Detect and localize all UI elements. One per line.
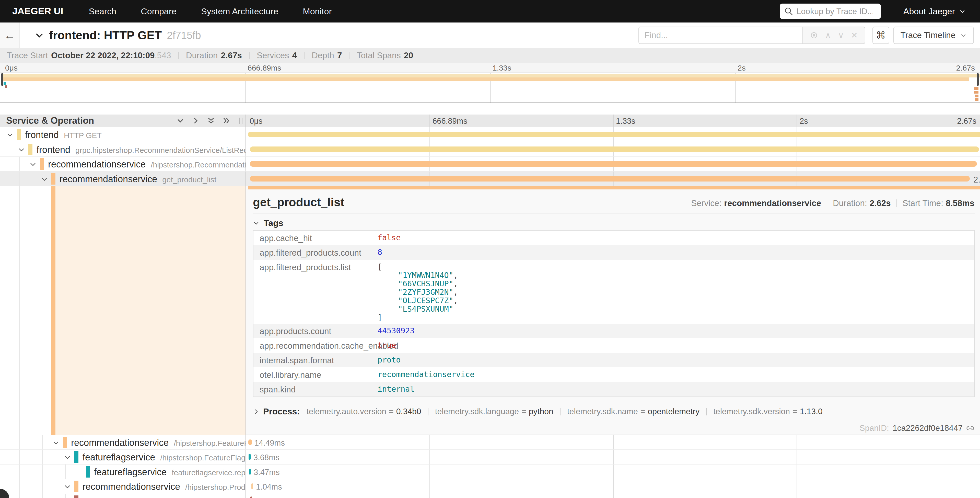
- span-bar[interactable]: [250, 176, 970, 182]
- chevron-right-icon: [253, 408, 259, 415]
- trace-lookup-box[interactable]: [780, 3, 881, 19]
- minimap-right-scrubber[interactable]: [977, 73, 979, 86]
- span-row[interactable]: recommendationservice/hipstershop.Produc…: [0, 479, 980, 494]
- span-duration-label: 3.47ms: [254, 468, 280, 477]
- span-row-selected[interactable]: recommendationserviceget_product_list 2.…: [0, 172, 980, 186]
- nav-item-search[interactable]: Search: [89, 6, 116, 16]
- chevron-down-icon[interactable]: [64, 453, 71, 461]
- span-bar[interactable]: [248, 439, 252, 445]
- tag-key: span.kind: [253, 382, 378, 394]
- span-operation: /hipstershop.FeatureFlagService...: [174, 439, 246, 447]
- span-detail-title: get_product_list: [253, 195, 344, 209]
- span-track[interactable]: [246, 157, 980, 172]
- process-section-toggle[interactable]: Process: telemetry.auto.version=0.34b0 t…: [253, 407, 822, 417]
- chevron-down-icon: [253, 220, 259, 227]
- span-service: recommendationservice/hipstershop.Recomm…: [48, 159, 246, 170]
- span-color-swatch: [29, 144, 32, 155]
- span-id-value: 1ca2262df0e18447: [892, 423, 963, 433]
- collapse-trace-chevron[interactable]: [34, 30, 45, 40]
- prev-result-icon[interactable]: ∧: [825, 30, 831, 40]
- chevron-down-icon[interactable]: [41, 176, 48, 183]
- span-row[interactable]: frontendHTTP GET: [0, 127, 980, 142]
- span-row[interactable]: recommendationservice/hipstershop.Recomm…: [0, 157, 980, 172]
- span-bar[interactable]: [248, 132, 980, 137]
- next-result-icon[interactable]: ∨: [838, 30, 844, 40]
- chevron-down-icon[interactable]: [18, 146, 25, 154]
- command-icon: ⌘: [876, 30, 886, 41]
- span-row[interactable]: featureflagservicefeatureflagservice.rep…: [0, 464, 980, 479]
- span-bar[interactable]: [250, 496, 252, 498]
- span-track[interactable]: 2.62s: [246, 172, 980, 186]
- span-track[interactable]: 1.04ms: [246, 479, 980, 494]
- column-resize-handle[interactable]: [239, 118, 242, 124]
- collapse-one-icon[interactable]: [176, 117, 185, 125]
- expand-one-icon[interactable]: [191, 117, 200, 125]
- span-track[interactable]: [246, 127, 980, 142]
- span-bar[interactable]: [249, 469, 251, 474]
- span-service: frontendgrpc.hipstershop.RecommendationS…: [37, 144, 246, 155]
- chevron-down-icon[interactable]: [64, 483, 71, 491]
- chevron-down-icon[interactable]: [52, 439, 60, 447]
- span-row[interactable]: featureflagservice/hipstershop.FeatureFl…: [0, 450, 980, 464]
- trace-view-select[interactable]: Trace Timeline: [893, 27, 974, 44]
- span-detail-row: get_product_list Service:recommendations…: [0, 186, 980, 435]
- locate-icon[interactable]: [810, 31, 818, 39]
- span-bar[interactable]: [250, 147, 979, 152]
- span-bar[interactable]: [250, 161, 977, 167]
- expand-all-icon[interactable]: [222, 117, 231, 125]
- span-service: recommendationservice/hipstershop.Produc…: [83, 481, 246, 492]
- span-track[interactable]: 14.49ms: [246, 435, 980, 450]
- span-color-swatch: [74, 495, 78, 498]
- chevron-down-icon[interactable]: [6, 131, 14, 139]
- top-nav: JAEGER UI Search Compare System Architec…: [0, 0, 980, 22]
- span-track[interactable]: [246, 494, 980, 498]
- trace-start-label: Trace Start: [6, 51, 48, 60]
- minimap-left-scrubber[interactable]: [1, 73, 3, 86]
- trace-title: frontend: HTTP GET: [49, 29, 162, 42]
- minimap-tick: 2s: [738, 64, 746, 72]
- span-track[interactable]: 3.68ms: [246, 450, 980, 464]
- trace-lookup-input[interactable]: [797, 6, 873, 16]
- tag-row: app.recommendation.cache_enabled true: [253, 338, 974, 353]
- span-bar[interactable]: [248, 454, 251, 460]
- find-input[interactable]: [638, 27, 802, 44]
- tag-row: app.filtered_products.list [ 1YMWWN1N4O,…: [253, 260, 974, 324]
- span-detail-left-column: [0, 186, 246, 435]
- nav-item-compare[interactable]: Compare: [141, 6, 177, 16]
- back-arrow-icon: ←: [4, 29, 15, 42]
- span-color-swatch: [51, 173, 56, 185]
- tag-value: proto: [378, 353, 974, 366]
- span-duration-label: 2.62s: [974, 175, 980, 185]
- duration-value: 2.67s: [221, 51, 242, 60]
- tag-value: 8: [378, 245, 974, 259]
- collapse-all-icon[interactable]: [207, 117, 215, 125]
- clear-find-icon[interactable]: ✕: [851, 30, 858, 40]
- chevron-down-icon[interactable]: [29, 161, 37, 168]
- span-track[interactable]: 3.47ms: [246, 464, 980, 479]
- span-service: recommendationserviceget_product_list: [59, 174, 216, 185]
- keyboard-shortcuts-button[interactable]: ⌘: [872, 27, 889, 44]
- nav-item-system-architecture[interactable]: System Architecture: [201, 6, 278, 16]
- services-value: 4: [292, 51, 297, 60]
- about-jaeger-menu[interactable]: About Jaeger: [904, 6, 966, 16]
- app-brand[interactable]: JAEGER UI: [12, 6, 63, 17]
- span-bar[interactable]: [251, 484, 253, 489]
- span-row[interactable]: [0, 494, 980, 498]
- span-row[interactable]: frontendgrpc.hipstershop.RecommendationS…: [0, 142, 980, 157]
- tag-value: false: [378, 231, 974, 244]
- back-button[interactable]: ←: [0, 22, 20, 48]
- span-row[interactable]: recommendationservice/hipstershop.Featur…: [0, 435, 980, 450]
- span-operation: /hipstershop.RecommendationService/Lis..…: [151, 161, 246, 169]
- nav-item-monitor[interactable]: Monitor: [303, 6, 332, 16]
- timeline-tick: 0μs: [250, 117, 262, 126]
- tag-key: app.products.count: [253, 324, 378, 336]
- span-color-swatch: [86, 466, 90, 477]
- tag-row: app.products.count 44530923: [253, 324, 974, 338]
- tags-section-toggle[interactable]: Tags: [253, 218, 283, 228]
- span-track[interactable]: [246, 142, 980, 157]
- span-color-swatch: [40, 158, 44, 170]
- find-controls: ∧ ∨ ✕: [802, 27, 865, 44]
- trace-minimap[interactable]: [0, 73, 980, 103]
- search-icon: [784, 7, 793, 16]
- deep-link-icon[interactable]: [966, 424, 974, 432]
